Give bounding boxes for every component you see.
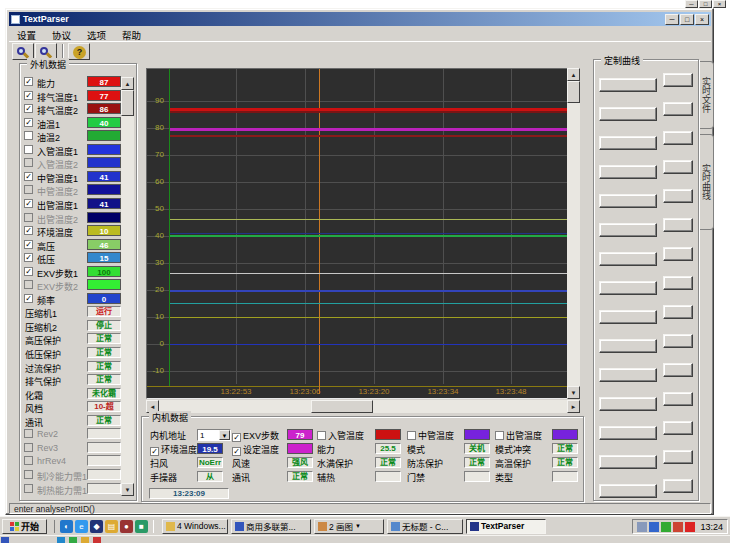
sidebar-scrollbar[interactable]: ▲ ▼ xyxy=(121,77,134,496)
curve-small-button[interactable] xyxy=(663,160,693,174)
curve-button[interactable] xyxy=(599,107,657,121)
zoom-in-button[interactable] xyxy=(12,43,34,60)
task-button[interactable]: 商用多联第... xyxy=(231,519,311,534)
curve-button[interactable] xyxy=(599,165,657,179)
curve-small-button[interactable] xyxy=(663,218,693,232)
curve-button[interactable] xyxy=(599,223,657,237)
checkbox[interactable]: ✓ xyxy=(24,172,33,181)
tray-icon-1[interactable] xyxy=(637,522,647,532)
checkbox[interactable] xyxy=(24,456,33,465)
tray-icon-3[interactable] xyxy=(661,522,671,532)
host-restore-button[interactable]: □ xyxy=(699,0,712,8)
checkbox[interactable]: ✓ xyxy=(24,118,33,127)
checkbox[interactable]: ✓ xyxy=(24,199,33,208)
menu-item-1[interactable]: 设置 xyxy=(9,27,44,40)
scroll-right-icon[interactable]: ► xyxy=(567,400,580,413)
curve-small-button[interactable] xyxy=(663,479,693,493)
curve-small-button[interactable] xyxy=(663,131,693,145)
curve-small-button[interactable] xyxy=(663,334,693,348)
checkbox[interactable]: ✓ xyxy=(232,447,241,456)
curve-small-button[interactable] xyxy=(663,450,693,464)
menu-item-3[interactable]: 选项 xyxy=(79,27,114,40)
curve-small-button[interactable] xyxy=(663,102,693,116)
host-close-button[interactable]: × xyxy=(713,0,726,8)
checkbox[interactable]: ✓ xyxy=(24,240,33,249)
scrollbar-thumb[interactable] xyxy=(121,90,134,116)
dropdown-arrow-icon[interactable]: ▼ xyxy=(219,430,230,440)
curve-small-button[interactable] xyxy=(663,276,693,290)
curve-button[interactable] xyxy=(599,136,657,150)
quick-launch-1-icon[interactable]: ◐ xyxy=(60,520,73,533)
zoom-out-button[interactable] xyxy=(35,43,57,60)
curve-button[interactable] xyxy=(599,281,657,295)
scroll-up-icon[interactable]: ▲ xyxy=(121,77,134,90)
checkbox[interactable] xyxy=(24,429,33,438)
checkbox[interactable]: ✓ xyxy=(150,447,159,456)
quick-launch-6-icon[interactable]: ■ xyxy=(135,520,148,533)
quick-launch-3-icon[interactable]: ◆ xyxy=(90,520,103,533)
start-button[interactable]: 开始 xyxy=(2,519,47,534)
quick-launch-2-icon[interactable]: e xyxy=(75,520,88,533)
minimize-button[interactable]: ─ xyxy=(665,14,679,25)
scroll-down-icon[interactable]: ▼ xyxy=(121,483,134,496)
checkbox[interactable]: ✓ xyxy=(24,77,33,86)
curve-small-button[interactable] xyxy=(663,73,693,87)
quick-launch-4-icon[interactable]: ▤ xyxy=(105,520,118,533)
host-minimize-button[interactable]: ─ xyxy=(685,0,698,8)
side-tab-1[interactable]: 实时文件 xyxy=(700,61,714,129)
tray-icon-4[interactable] xyxy=(673,522,683,532)
address-dropdown[interactable]: 1▼ xyxy=(197,429,231,441)
task-button[interactable]: 4 Windows...▼ xyxy=(162,519,228,534)
checkbox[interactable]: ✓ xyxy=(24,267,33,276)
checkbox[interactable]: ✓ xyxy=(24,104,33,113)
checkbox[interactable] xyxy=(24,280,33,289)
checkbox[interactable] xyxy=(24,213,33,222)
curve-button[interactable] xyxy=(599,194,657,208)
checkbox[interactable]: ✓ xyxy=(232,433,241,442)
help-button[interactable]: ? xyxy=(68,43,90,60)
checkbox[interactable] xyxy=(24,185,33,194)
chart-vertical-scrollbar[interactable]: ▲ ▼ xyxy=(567,68,580,399)
task-button[interactable]: 无标题 - C... xyxy=(387,519,463,534)
curve-button[interactable] xyxy=(599,455,657,469)
chart-horizontal-scrollbar[interactable]: ◄ ► xyxy=(146,400,580,413)
scrollbar-thumb[interactable] xyxy=(311,400,373,413)
curve-small-button[interactable] xyxy=(663,189,693,203)
curve-small-button[interactable] xyxy=(663,392,693,406)
menu-item-2[interactable]: 协议 xyxy=(44,27,79,40)
scroll-up-icon[interactable]: ▲ xyxy=(567,68,580,81)
curve-button[interactable] xyxy=(599,339,657,353)
menu-item-4[interactable]: 帮助 xyxy=(114,27,149,40)
tray-icon-2[interactable] xyxy=(649,522,659,532)
quick-launch-5-icon[interactable]: ● xyxy=(120,520,133,533)
checkbox[interactable] xyxy=(24,484,33,493)
checkbox[interactable] xyxy=(407,431,416,440)
curve-button[interactable] xyxy=(599,397,657,411)
checkbox[interactable] xyxy=(24,470,33,479)
time-cursor[interactable] xyxy=(319,69,320,394)
scroll-down-icon[interactable]: ▼ xyxy=(567,386,580,399)
task-button[interactable]: TextParser xyxy=(466,519,546,534)
curve-button[interactable] xyxy=(599,426,657,440)
checkbox[interactable] xyxy=(317,431,326,440)
checkbox[interactable] xyxy=(24,145,33,154)
checkbox[interactable] xyxy=(495,431,504,440)
curve-button[interactable] xyxy=(599,310,657,324)
task-button[interactable]: 2 画图▼ xyxy=(314,519,384,534)
maximize-button[interactable]: □ xyxy=(680,14,694,25)
curve-button[interactable] xyxy=(599,484,657,498)
checkbox[interactable]: ✓ xyxy=(24,253,33,262)
curve-button[interactable] xyxy=(599,368,657,382)
checkbox[interactable] xyxy=(24,158,33,167)
close-button[interactable]: × xyxy=(695,14,709,25)
curve-small-button[interactable] xyxy=(663,247,693,261)
curve-small-button[interactable] xyxy=(663,421,693,435)
curve-small-button[interactable] xyxy=(663,305,693,319)
curve-button[interactable] xyxy=(599,78,657,92)
checkbox[interactable] xyxy=(24,443,33,452)
scrollbar-thumb[interactable] xyxy=(567,81,580,103)
checkbox[interactable]: ✓ xyxy=(24,226,33,235)
checkbox[interactable] xyxy=(24,131,33,140)
tray-icon-5[interactable] xyxy=(685,522,695,532)
checkbox[interactable]: ✓ xyxy=(24,294,33,303)
